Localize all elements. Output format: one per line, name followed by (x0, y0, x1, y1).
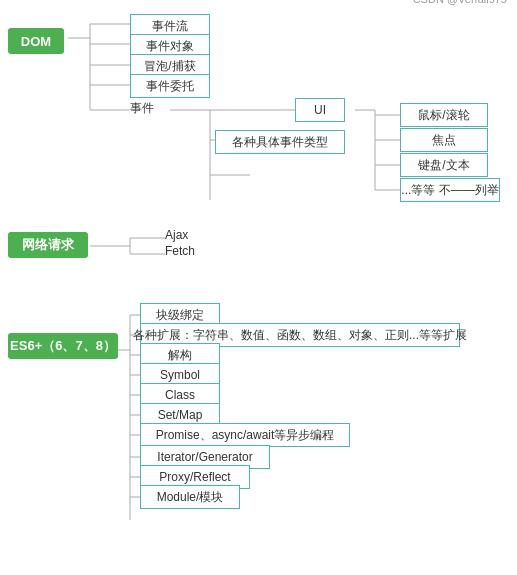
node-等等: ...等等 不——列举 (400, 178, 500, 202)
node-鼠标滚轮: 鼠标/滚轮 (400, 103, 488, 127)
es6-label: ES6+（6、7、8） (8, 333, 118, 359)
node-各种具体: 各种具体事件类型 (215, 130, 345, 154)
node-promise: Promise、async/await等异步编程 (140, 423, 350, 447)
node-module: Module/模块 (140, 485, 240, 509)
node-ajax: Ajax (165, 228, 188, 242)
node-UI: UI (295, 98, 345, 122)
node-fetch: Fetch (165, 244, 195, 258)
node-焦点: 焦点 (400, 128, 488, 152)
node-事件委托: 事件委托 (130, 74, 210, 98)
dom-label: DOM (8, 28, 64, 54)
footer-text: CSDN @Verfall975 (413, 0, 507, 5)
node-键盘文本: 键盘/文本 (400, 153, 488, 177)
node-事件: 事件 (130, 100, 154, 117)
network-label: 网络请求 (8, 232, 88, 258)
